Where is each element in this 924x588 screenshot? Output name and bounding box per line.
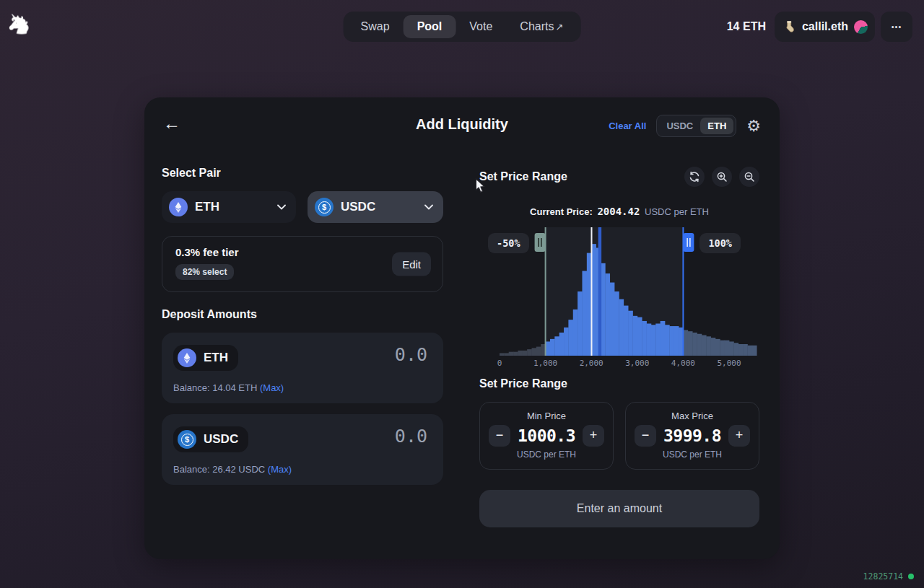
main-nav: Swap Pool Vote Charts↗: [344, 12, 581, 42]
deposit-row-usdc: $ USDC 0.0 Balance: 26.42 USDC (Max): [162, 414, 443, 485]
max-price-unit: USDC per ETH: [626, 449, 759, 460]
deposit-amounts-heading: Deposit Amounts: [162, 308, 443, 321]
axis-tick-label: 4,000: [671, 359, 695, 368]
max-price-label: Max Price: [626, 411, 759, 421]
min-price-unit: USDC per ETH: [480, 449, 613, 460]
axis-tick-label: 0: [497, 359, 502, 368]
card-header-controls: Clear All USDC ETH ⚙: [609, 115, 761, 137]
set-price-range-heading: Set Price Range: [479, 170, 567, 183]
deposit-usdc-balance-text: Balance: 26.42 USDC: [173, 464, 268, 475]
page-title: Add Liquidity: [416, 116, 508, 133]
axis-tick-label: 1,000: [533, 359, 557, 368]
more-menu-button[interactable]: •••: [881, 12, 912, 42]
min-price-label: Min Price: [480, 411, 613, 421]
fee-tier-select-badge: 82% select: [175, 264, 234, 280]
axis-tick-label: 2,000: [580, 359, 603, 368]
price-range-header: Set Price Range: [479, 167, 759, 187]
range-inputs-row: Min Price − 1000.3 + USDC per ETH Max Pr…: [479, 402, 759, 470]
current-price-unit: USDC per ETH: [645, 206, 709, 217]
deposit-eth-max-button[interactable]: (Max): [260, 382, 284, 393]
min-range-percent-pill[interactable]: -50%: [488, 233, 529, 253]
toggle-option-usdc[interactable]: USDC: [659, 118, 700, 134]
settings-gear-icon[interactable]: ⚙: [746, 118, 761, 134]
nav-tab-charts[interactable]: Charts↗: [506, 15, 577, 38]
deposit-row-eth: ETH 0.0 Balance: 14.04 ETH (Max): [162, 333, 443, 403]
external-link-icon: ↗: [555, 22, 563, 32]
deposit-usdc-symbol: USDC: [204, 432, 238, 447]
min-price-card: Min Price − 1000.3 + USDC per ETH: [479, 402, 614, 470]
zoom-out-icon[interactable]: [739, 167, 759, 187]
chevron-down-icon: [424, 204, 433, 210]
zoom-in-icon[interactable]: [712, 167, 732, 187]
account-name: callil.eth: [802, 20, 848, 33]
max-price-increment-button[interactable]: +: [728, 425, 750, 447]
current-price-label: Current Price:: [530, 206, 593, 217]
deposit-usdc-balance: Balance: 26.42 USDC (Max): [173, 464, 292, 475]
min-price-increment-button[interactable]: +: [583, 425, 604, 447]
deposit-usdc-max-button[interactable]: (Max): [268, 464, 292, 475]
axis-tick-label: 5,000: [717, 359, 741, 368]
deposit-usdc-token-pill[interactable]: $ USDC: [173, 426, 248, 452]
nav-tab-swap[interactable]: Swap: [347, 15, 404, 38]
wallet-balance: 14 ETH: [727, 20, 766, 33]
deposit-eth-token-pill[interactable]: ETH: [173, 345, 238, 371]
max-price-card: Max Price − 3999.8 + USDC per ETH: [625, 402, 759, 470]
add-liquidity-card: ← Add Liquidity Clear All USDC ETH ⚙ Sel…: [144, 97, 780, 559]
current-price-value: 2004.42: [597, 206, 640, 217]
enter-amount-button[interactable]: Enter an amount: [479, 490, 759, 527]
token-select-usdc-label: USDC: [341, 200, 424, 214]
chart-x-axis: 01,0002,0003,0004,0005,000: [479, 359, 759, 372]
deposit-eth-balance-text: Balance: 14.04 ETH: [173, 382, 260, 393]
token-select-usdc[interactable]: $ USDC: [308, 191, 443, 223]
top-right-cluster: 14 ETH callil.eth •••: [727, 12, 912, 42]
min-price-value[interactable]: 1000.3: [518, 426, 575, 445]
toggle-option-eth[interactable]: ETH: [700, 118, 733, 134]
account-avatar: [854, 20, 868, 34]
token-select-eth-label: ETH: [195, 200, 277, 214]
app-root: { "topbar": { "logo_glyph": "🦄", "tabs":…: [0, 0, 924, 588]
eth-token-icon: [169, 198, 188, 216]
token-select-eth[interactable]: ETH: [162, 191, 296, 223]
max-price-value[interactable]: 3999.8: [663, 426, 721, 445]
chart-controls: [684, 167, 759, 187]
clear-all-button[interactable]: Clear All: [609, 120, 646, 131]
usdc-token-icon: $: [315, 198, 334, 216]
block-status-dot: [908, 574, 914, 579]
uniswap-logo-icon[interactable]: 🦄: [7, 13, 32, 39]
nav-tab-vote[interactable]: Vote: [456, 15, 506, 38]
deposit-eth-amount-input[interactable]: 0.0: [395, 344, 427, 365]
block-status: 12825714: [863, 571, 914, 582]
account-button[interactable]: callil.eth: [775, 12, 875, 42]
fee-tier-card: 0.3% fee tier 82% select Edit: [162, 236, 443, 292]
min-price-decrement-button[interactable]: −: [489, 425, 510, 447]
usdc-token-icon: $: [178, 430, 196, 449]
eth-token-icon: [178, 348, 196, 367]
current-price-line: Current Price: 2004.42 USDC per ETH: [479, 206, 759, 217]
top-bar: 🦄 Swap Pool Vote Charts↗ 14 ETH callil.e…: [0, 0, 924, 53]
refresh-icon[interactable]: [684, 167, 705, 187]
sock-emoji-icon: [783, 20, 796, 33]
select-pair-heading: Select Pair: [162, 167, 443, 180]
back-button[interactable]: ←: [163, 113, 180, 133]
nav-tab-charts-label: Charts: [520, 20, 554, 32]
chevron-down-icon: [277, 204, 286, 210]
fee-tier-title: 0.3% fee tier: [175, 246, 430, 258]
deposit-usdc-amount-input[interactable]: 0.0: [395, 426, 427, 447]
nav-tab-pool[interactable]: Pool: [404, 15, 456, 38]
max-range-percent-pill[interactable]: 100%: [699, 233, 741, 253]
set-price-range-heading-2: Set Price Range: [479, 377, 759, 390]
liquidity-chart: -50% 100% 01,0002,0003,0004,0005,000: [479, 227, 759, 372]
left-column: Select Pair ETH $ USDC 0.3% fee tier 82%…: [162, 167, 443, 496]
deposit-eth-balance: Balance: 14.04 ETH (Max): [173, 382, 284, 393]
axis-tick-label: 3,000: [625, 359, 649, 368]
right-column: Set Price Range: [479, 167, 759, 527]
edit-fee-button[interactable]: Edit: [392, 253, 431, 276]
deposit-eth-symbol: ETH: [204, 351, 228, 365]
max-price-decrement-button[interactable]: −: [635, 425, 656, 447]
block-number[interactable]: 12825714: [863, 571, 903, 582]
token-select-row: ETH $ USDC: [162, 191, 443, 223]
denomination-toggle: USDC ETH: [656, 115, 736, 137]
